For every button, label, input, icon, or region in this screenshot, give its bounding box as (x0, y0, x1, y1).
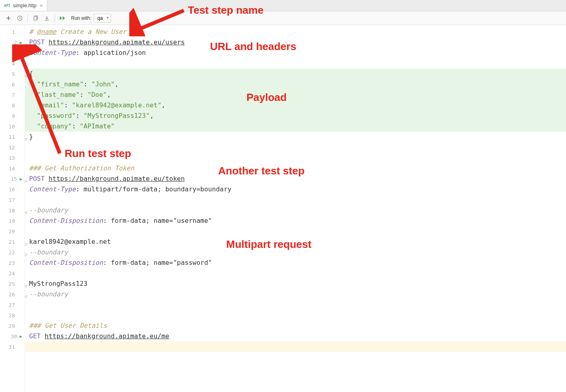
code-line[interactable] (25, 153, 566, 163)
line-number: 31 (8, 344, 15, 350)
line-number: 23 (8, 260, 15, 266)
line-number: 12 (8, 145, 15, 151)
editor-toolbar: Run with: qa (0, 11, 566, 25)
code-line[interactable]: ⊟POST https://bankground.apimate.eu/toke… (25, 174, 566, 184)
line-number: 20 (8, 228, 15, 235)
fold-icon[interactable]: ⊟ (25, 291, 29, 296)
line-number: 11 (8, 134, 15, 140)
code-token: : form-data; name="username" (103, 217, 212, 224)
code-token: @name (37, 28, 56, 36)
import-icon (44, 15, 50, 21)
code-line[interactable]: "password": "MyStrongPass123", (25, 111, 566, 121)
tab-filename: simple.http (13, 3, 36, 8)
code-line[interactable]: Content-Type: application/json (25, 48, 566, 58)
fold-icon[interactable]: ⊟ (25, 281, 29, 285)
code-token: "karel8942@example.net" (72, 101, 162, 109)
add-button[interactable] (3, 13, 14, 23)
gutter-row: 6 (0, 79, 25, 90)
line-number: 28 (8, 312, 15, 319)
run-all-button[interactable] (57, 13, 68, 23)
line-number: 15 (10, 176, 17, 182)
file-tab[interactable]: API simple.http × (0, 0, 47, 11)
fold-icon[interactable]: ⊟ (25, 249, 29, 254)
code-line[interactable]: GET https://bankground.apimate.eu/me (25, 331, 566, 342)
code-token: # (29, 28, 37, 36)
code-line[interactable]: ⊟{ (25, 69, 566, 79)
code-line[interactable]: ⊟MyStrongPass123 (25, 279, 566, 289)
run-request-icon[interactable]: ▶ (19, 176, 22, 182)
gutter-row: 7 (0, 90, 25, 100)
code-line[interactable]: "last_name": "Doe", (25, 90, 566, 100)
code-line[interactable]: ### Get Authorization Token (25, 163, 566, 174)
separator (27, 14, 28, 22)
code-line[interactable]: Content-Disposition: form-data; name="pa… (25, 258, 566, 268)
code-token: { (29, 70, 33, 78)
copy-button[interactable] (30, 13, 41, 23)
api-file-icon: API (4, 4, 11, 8)
code-token: karel8942@example.net (29, 238, 111, 245)
line-number: 7 (8, 92, 15, 98)
code-line[interactable] (25, 310, 566, 321)
code-token: Content-Type (29, 49, 76, 57)
code-line[interactable] (25, 342, 566, 352)
gutter-row: 10 (0, 121, 25, 132)
line-number: 22 (8, 249, 15, 256)
code-line[interactable] (25, 195, 566, 205)
gutter-row: 13 (0, 153, 25, 163)
run-request-icon[interactable]: ▶ (19, 40, 22, 45)
history-button[interactable] (15, 13, 25, 23)
import-button[interactable] (42, 13, 52, 23)
fold-icon[interactable]: ⊟ (25, 208, 29, 212)
code-area[interactable]: # @name Create a New User⊟POST https://b… (25, 25, 566, 392)
fold-icon[interactable]: ⊟ (25, 71, 29, 75)
code-line[interactable]: # @name Create a New User (25, 27, 566, 37)
gutter-row: 5 (0, 69, 25, 79)
close-icon[interactable]: × (40, 2, 43, 9)
code-token: , (107, 91, 111, 99)
code-token: ### Get User Details (29, 322, 107, 329)
code-token: Content-Disposition (29, 217, 103, 224)
code-line[interactable]: ⊟} (25, 132, 566, 142)
line-number: 26 (8, 291, 15, 298)
code-line[interactable]: ⊟--boundary (25, 289, 566, 300)
code-token: "password" (29, 112, 76, 119)
code-line[interactable]: ⊟karel8942@example.net (25, 237, 566, 247)
code-line[interactable]: "company": "APImate" (25, 121, 566, 132)
code-token: Content-Type (29, 185, 76, 193)
environment-select[interactable]: qa (94, 14, 111, 23)
code-token: Content-Disposition (29, 259, 103, 266)
fold-icon[interactable]: ⊟ (25, 176, 29, 180)
gutter-row: 1 (0, 27, 25, 37)
tab-bar: API simple.http × (0, 0, 566, 11)
code-token: --boundary (29, 206, 68, 214)
gutter-row: 12 (0, 142, 25, 153)
code-line[interactable]: Content-Disposition: form-data; name="us… (25, 216, 566, 226)
code-line[interactable] (25, 300, 566, 310)
code-editor[interactable]: 12▶3456789101112131415▶16171819202122232… (0, 25, 566, 392)
code-line[interactable]: ### Get User Details (25, 321, 566, 331)
code-line[interactable]: ⊟--boundary (25, 247, 566, 258)
run-request-icon[interactable]: ▶ (19, 334, 22, 339)
fold-icon[interactable]: ⊟ (25, 134, 29, 138)
code-line[interactable]: ⊟--boundary (25, 205, 566, 216)
fold-icon[interactable]: ⊟ (25, 40, 29, 44)
run-all-icon (59, 15, 66, 21)
line-number: 1 (8, 29, 15, 35)
code-line[interactable]: "first_name": "John", (25, 79, 566, 90)
gutter-row: 24 (0, 268, 25, 279)
gutter-row: 19 (0, 216, 25, 226)
line-number: 25 (8, 281, 15, 287)
line-number: 13 (8, 155, 15, 161)
code-line[interactable] (25, 58, 566, 69)
fold-icon[interactable]: ⊟ (25, 239, 29, 243)
code-line[interactable]: Content-Type: multipart/form-data; bound… (25, 184, 566, 195)
code-line[interactable] (25, 268, 566, 279)
code-line[interactable]: "email": "karel8942@example.net", (25, 100, 566, 111)
code-line[interactable] (25, 226, 566, 237)
history-icon (17, 15, 23, 21)
code-line[interactable]: ⊟POST https://bankground.apimate.eu/user… (25, 37, 566, 48)
code-token: : (76, 112, 84, 119)
code-line[interactable] (25, 142, 566, 153)
line-number: 30 (10, 333, 17, 340)
gutter-row: 3 (0, 48, 25, 58)
